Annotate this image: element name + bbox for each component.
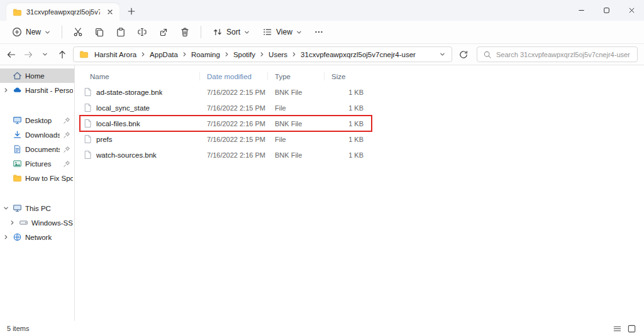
date-modified-cell: 7/16/2022 2:16 PM (203, 151, 271, 159)
rename-button[interactable] (132, 23, 152, 41)
breadcrumb-item[interactable]: Harshit Arora (92, 50, 138, 60)
sidebar-item-onedrive[interactable]: Harshit - Personal (0, 83, 74, 97)
table-row[interactable]: ad-state-storage.bnk 7/16/2022 2:15 PM B… (80, 84, 372, 100)
toolbar-separator (62, 26, 62, 38)
delete-icon (180, 27, 190, 37)
expander-chevron-icon[interactable] (3, 87, 9, 94)
column-header-name[interactable]: Name (80, 68, 203, 84)
copy-icon (94, 27, 104, 37)
cut-button[interactable] (68, 23, 88, 41)
sidebar-item-label: Harshit - Personal (25, 87, 73, 94)
search-box[interactable] (477, 46, 638, 62)
file-page-icon (83, 103, 92, 112)
size-cell: 1 KB (328, 89, 372, 96)
forward-button[interactable] (19, 46, 36, 63)
sidebar-gap (0, 185, 74, 201)
file-name-cell: local-files.bnk (80, 119, 203, 128)
toolbar-separator (201, 26, 201, 38)
file-page-icon (83, 150, 92, 160)
chevron-down-icon (244, 30, 250, 35)
sidebar-item-pictures[interactable]: Pictures (0, 156, 74, 171)
downloads-icon (13, 130, 22, 139)
close-button[interactable] (619, 0, 644, 21)
paste-button[interactable] (111, 23, 131, 41)
maximize-button[interactable] (594, 0, 619, 21)
file-name: local_sync_state (96, 104, 150, 112)
address-bar[interactable]: Harshit Arora AppData Roaming Spotify Us… (73, 46, 452, 62)
new-tab-icon (126, 6, 136, 16)
recent-locations-icon (42, 51, 48, 57)
file-name: ad-state-storage.bnk (96, 89, 162, 96)
desktop-icon (13, 116, 22, 125)
pin-icon (63, 160, 70, 168)
file-list-pane: Name Date modified Type Size ad-state-st… (75, 65, 644, 321)
file-name: local-files.bnk (96, 120, 140, 127)
date-modified-cell: 7/16/2022 2:15 PM (203, 136, 271, 143)
pin-icon (63, 131, 70, 139)
address-dropdown-button[interactable] (436, 51, 448, 57)
details-view-button[interactable] (611, 323, 623, 335)
sort-button[interactable]: Sort (207, 23, 255, 41)
breadcrumb-chevron-icon (138, 51, 148, 57)
file-page-icon (83, 87, 92, 97)
pictures-icon (13, 159, 22, 168)
content-area: Home Harshit - Personal Desktop Download… (0, 65, 644, 321)
new-button[interactable]: New (6, 23, 56, 41)
view-button[interactable]: View (257, 23, 308, 41)
table-row[interactable]: prefs 7/16/2022 2:15 PM File 1 KB (80, 131, 372, 147)
back-icon (6, 50, 16, 60)
up-button[interactable] (53, 46, 70, 63)
column-header-date-modified[interactable]: Date modified (203, 68, 271, 84)
see-more-icon (314, 27, 324, 37)
table-row[interactable]: local_sync_state 7/16/2022 2:15 PM File … (80, 100, 372, 116)
breadcrumb-item[interactable]: 31cxvpfeawpxqrzl5oj5v7cnejr4-user (299, 50, 418, 60)
sidebar-item-windows-ssd[interactable]: Windows-SSD (C: (0, 215, 74, 230)
refresh-button[interactable] (455, 46, 472, 63)
share-button[interactable] (153, 23, 174, 41)
expander-spacer (3, 72, 9, 79)
breadcrumb-item[interactable]: Roaming (189, 50, 222, 60)
table-row[interactable]: watch-sources.bnk 7/16/2022 2:16 PM BNK … (80, 147, 372, 163)
breadcrumb-chevron-icon (257, 51, 267, 57)
sidebar-item-documents[interactable]: Documents (0, 142, 74, 156)
copy-button[interactable] (89, 23, 109, 41)
back-button[interactable] (3, 46, 19, 63)
file-name-cell: local_sync_state (80, 103, 203, 112)
new-tab-button[interactable] (123, 4, 140, 19)
breadcrumb-item[interactable]: Spotify (231, 50, 257, 60)
breadcrumb-item[interactable]: AppData (148, 50, 180, 60)
see-more-button[interactable] (309, 23, 329, 41)
expander-chevron-icon[interactable] (3, 205, 9, 212)
tab-close-icon[interactable] (104, 6, 116, 18)
recent-locations-button[interactable] (36, 46, 53, 63)
thumbnails-view-button[interactable] (626, 323, 638, 335)
refresh-icon (458, 50, 469, 60)
rename-icon (137, 27, 147, 37)
sidebar-item-desktop[interactable]: Desktop (0, 113, 74, 127)
delete-button[interactable] (175, 23, 195, 41)
breadcrumb-item[interactable]: Users (267, 50, 289, 60)
sidebar-item-label: Network (25, 234, 73, 241)
file-page-icon (83, 134, 92, 144)
column-header-type[interactable]: Type (271, 68, 328, 84)
sidebar-item-downloads[interactable]: Downloads (0, 127, 74, 142)
documents-icon (13, 144, 22, 154)
search-input[interactable] (496, 51, 631, 58)
table-row-highlighted[interactable]: local-files.bnk 7/16/2022 2:16 PM BNK Fi… (80, 116, 372, 131)
expander-chevron-icon[interactable] (3, 234, 9, 241)
minimize-button[interactable] (569, 0, 594, 21)
sidebar-item-how-to-fix-spotify[interactable]: How to Fix Spotify (0, 171, 74, 185)
sidebar-item-network[interactable]: Network (0, 230, 74, 244)
sidebar-item-this-pc[interactable]: This PC (0, 201, 74, 215)
file-name-cell: watch-sources.bnk (80, 150, 203, 160)
size-cell: 1 KB (328, 151, 372, 159)
column-header-size[interactable]: Size (328, 68, 372, 84)
file-name: prefs (96, 136, 113, 143)
sidebar-item-label: Downloads (25, 131, 60, 139)
sort-button-label: Sort (226, 28, 240, 36)
sidebar-item-home[interactable]: Home (0, 68, 74, 83)
explorer-tab[interactable]: 31cxvpfeawpxqrzl5oj5v7cnejr... (6, 3, 119, 21)
date-modified-cell: 7/16/2022 2:15 PM (203, 104, 271, 112)
file-name: watch-sources.bnk (96, 151, 157, 159)
expander-chevron-icon[interactable] (9, 219, 16, 226)
